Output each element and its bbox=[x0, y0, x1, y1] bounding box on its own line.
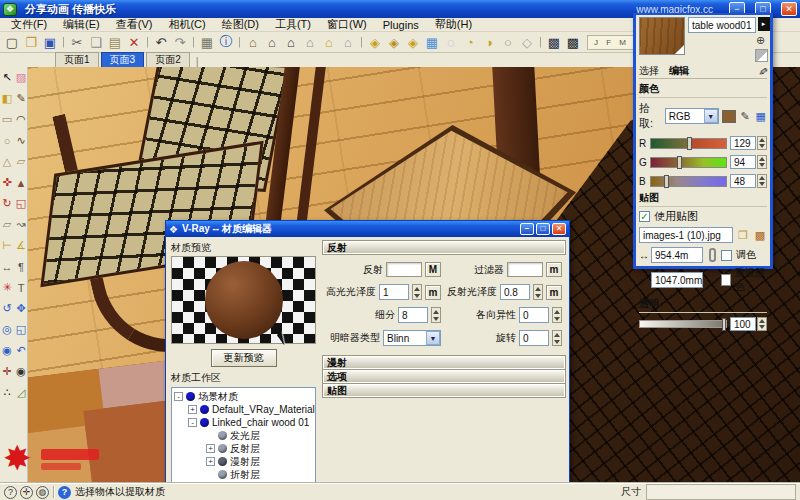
highlight-gloss-spinner[interactable] bbox=[412, 284, 422, 300]
material-name-field[interactable]: table wood01 bbox=[688, 17, 756, 33]
toolbar-icon[interactable]: ◑ bbox=[480, 34, 498, 51]
menu-item[interactable]: 文件(F) bbox=[4, 17, 54, 32]
toolbar-icon[interactable]: ▢ bbox=[3, 34, 21, 51]
texture-height-field[interactable]: 1047.0mm bbox=[651, 272, 703, 288]
palette-tool[interactable]: ◱ bbox=[14, 319, 28, 340]
toolbar-icon[interactable]: ▩ bbox=[564, 34, 582, 51]
tab-page2[interactable]: 页面2 bbox=[146, 52, 190, 67]
vray-minimize-button[interactable]: − bbox=[520, 223, 534, 235]
toolbar-icon[interactable]: ⓘ bbox=[217, 34, 235, 51]
tree-expander[interactable]: - bbox=[174, 392, 183, 401]
toolbar-icon[interactable]: ◔ bbox=[461, 34, 479, 51]
color-slider-thumb[interactable] bbox=[664, 175, 669, 188]
texture-width-field[interactable]: 954.4m bbox=[651, 247, 703, 263]
match-color-icon[interactable]: ✎ bbox=[739, 110, 752, 123]
opacity-slider-track[interactable] bbox=[639, 320, 727, 328]
toolbar-icon[interactable]: ↶ bbox=[152, 34, 170, 51]
channel-value-field[interactable]: 94 bbox=[730, 155, 756, 169]
tab-page1[interactable]: 页面1 bbox=[55, 52, 99, 67]
toolbar-icon[interactable]: ▩ bbox=[545, 34, 563, 51]
toolbar-icon[interactable]: ❑ bbox=[87, 34, 105, 51]
tree-expander[interactable]: + bbox=[206, 457, 215, 466]
toolbar-icon[interactable]: ◈ bbox=[404, 34, 422, 51]
material-tree[interactable]: - 场景材质 + Default_VRay_Material - bbox=[171, 387, 316, 496]
reset-color-label[interactable]: 重设颜色 bbox=[735, 266, 767, 294]
opacity-value-field[interactable]: 100 bbox=[730, 317, 756, 331]
tree-expander[interactable]: + bbox=[188, 405, 197, 414]
tree-row[interactable]: - 场景材质 bbox=[172, 390, 315, 403]
sample-paint-icon[interactable] bbox=[755, 49, 768, 62]
filter-color-swatch[interactable] bbox=[507, 262, 543, 277]
channel-spinner[interactable] bbox=[757, 136, 767, 150]
channel-value-field[interactable]: 129 bbox=[730, 136, 756, 150]
color-slider-track[interactable] bbox=[650, 157, 727, 168]
toolbar-icon[interactable] bbox=[537, 34, 544, 51]
toolbar-icon[interactable] bbox=[358, 34, 365, 51]
palette-tool[interactable]: ✛ bbox=[0, 361, 14, 382]
vray-close-button[interactable]: ✕ bbox=[552, 223, 566, 235]
channel-spinner[interactable] bbox=[757, 155, 767, 169]
palette-tool[interactable]: ○ bbox=[0, 130, 14, 151]
toolbar-icon[interactable]: ⌂ bbox=[301, 34, 319, 51]
vray-dialog-titlebar[interactable]: ❖ V-Ray -- 材质编辑器 − □ ✕ bbox=[166, 221, 569, 237]
palette-tool[interactable]: ◉ bbox=[14, 361, 28, 382]
toolbar-icon[interactable]: ❐ bbox=[22, 34, 40, 51]
palette-tool[interactable]: ↻ bbox=[0, 193, 14, 214]
use-texture-checkbox[interactable]: ✓ bbox=[639, 211, 650, 222]
dimensions-value-field[interactable] bbox=[646, 484, 796, 500]
palette-tool[interactable]: ▱ bbox=[0, 214, 14, 235]
palette-tool[interactable]: ✎ bbox=[14, 88, 28, 109]
toolbar-icon[interactable]: ▦ bbox=[198, 34, 216, 51]
palette-tool[interactable]: ▱ bbox=[14, 151, 28, 172]
toolbar-icon[interactable] bbox=[144, 34, 151, 51]
collapsed-section-header[interactable]: 贴图 bbox=[323, 384, 565, 397]
reflection-color-swatch[interactable] bbox=[386, 262, 422, 277]
toolbar-icon[interactable] bbox=[236, 34, 243, 51]
subdivs-input[interactable]: 8 bbox=[398, 307, 428, 323]
palette-tool[interactable]: ◎ bbox=[0, 319, 14, 340]
palette-tool[interactable]: ⊢ bbox=[0, 235, 14, 256]
toolbar-icon[interactable]: ⌂ bbox=[263, 34, 281, 51]
collapsed-section-header[interactable]: 漫射 bbox=[323, 356, 565, 369]
palette-tool[interactable]: ◱ bbox=[14, 193, 28, 214]
tab-select[interactable]: 选择 bbox=[639, 64, 659, 78]
toolbar-icon[interactable]: ✂ bbox=[68, 34, 86, 51]
toolbar-icon[interactable]: ⌂ bbox=[339, 34, 357, 51]
shader-type-dropdown[interactable]: Blinn ▼ bbox=[383, 330, 441, 346]
toolbar-icon[interactable]: ⌂ bbox=[244, 34, 262, 51]
reflection-map-button[interactable]: M bbox=[425, 262, 441, 277]
rotation-input[interactable]: 0 bbox=[519, 330, 549, 346]
reflect-gloss-map-button[interactable]: m bbox=[546, 285, 562, 300]
palette-tool[interactable]: △ bbox=[0, 151, 14, 172]
color-slider-thumb[interactable] bbox=[677, 156, 682, 169]
toolbar-icon[interactable]: ↷ bbox=[171, 34, 189, 51]
section-reflection-header[interactable]: 反射 bbox=[323, 241, 565, 254]
tree-row[interactable]: + 漫射层 bbox=[172, 455, 315, 468]
palette-tool[interactable]: ✥ bbox=[14, 298, 28, 319]
palette-tool[interactable]: ∴ bbox=[0, 382, 14, 403]
toolbar-icon[interactable]: ⌂ bbox=[320, 34, 338, 51]
rotation-spinner[interactable] bbox=[552, 330, 562, 346]
eyedropper-icon[interactable]: ✎ bbox=[755, 65, 769, 76]
colorize-checkbox[interactable]: ✓ bbox=[721, 250, 732, 261]
reset-color-swatch[interactable] bbox=[721, 274, 731, 286]
status-circle-icon[interactable]: ? bbox=[4, 486, 17, 499]
palette-tool[interactable]: ◉ bbox=[0, 340, 14, 361]
texture-file-field[interactable]: images-1 (10).jpg bbox=[639, 227, 733, 243]
menu-item[interactable]: 窗口(W) bbox=[320, 17, 374, 32]
tree-expander[interactable]: - bbox=[188, 418, 197, 427]
palette-tool[interactable]: ¶ bbox=[14, 256, 28, 277]
browse-folder-icon[interactable]: ❐ bbox=[736, 229, 750, 242]
tree-expander[interactable]: + bbox=[206, 444, 215, 453]
highlight-gloss-input[interactable]: 1 bbox=[379, 284, 409, 300]
menu-item[interactable]: 帮助(H) bbox=[428, 17, 479, 32]
texture-preview-icon[interactable]: ▩ bbox=[753, 229, 767, 242]
palette-tool[interactable]: ✳ bbox=[0, 277, 14, 298]
palette-tool[interactable]: ↔ bbox=[0, 256, 14, 277]
toolbar-icon[interactable]: ○ bbox=[499, 34, 517, 51]
toolbar-icon[interactable]: ◇ bbox=[518, 34, 536, 51]
subdivs-spinner[interactable] bbox=[431, 307, 441, 323]
highlight-gloss-map-button[interactable]: m bbox=[425, 285, 441, 300]
detach-arrow-button[interactable]: ▸ bbox=[758, 17, 770, 31]
toolbar-icon[interactable]: ✕ bbox=[125, 34, 143, 51]
